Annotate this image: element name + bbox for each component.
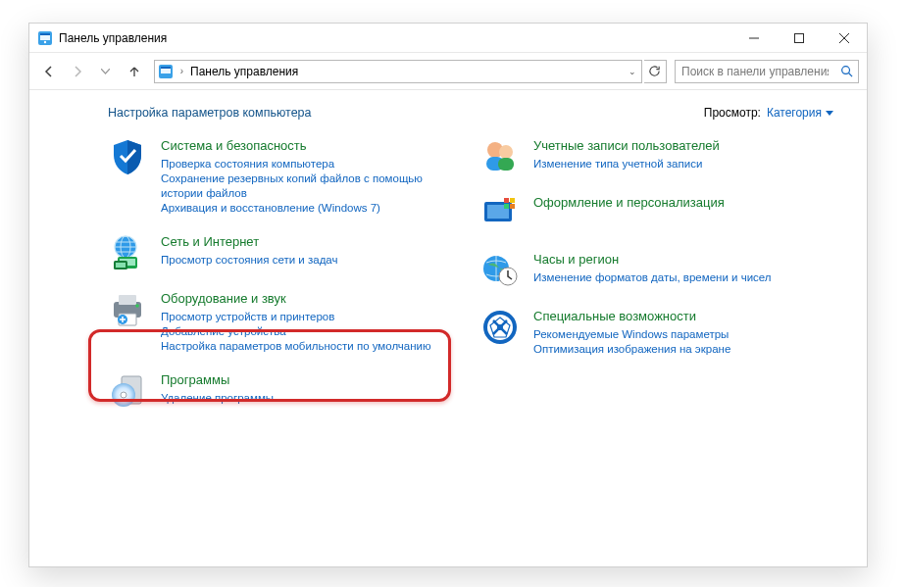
svg-point-8	[841, 67, 849, 74]
address-bar[interactable]: › Панель управления ⌄	[154, 60, 642, 83]
svg-point-38	[497, 324, 503, 330]
personalization-icon	[480, 194, 520, 233]
up-button[interactable]	[122, 58, 148, 85]
search-input[interactable]	[676, 65, 834, 78]
shield-icon	[108, 137, 147, 176]
category-title[interactable]: Система и безопасность	[161, 137, 441, 155]
minimize-button[interactable]	[731, 24, 777, 53]
chevron-right-icon[interactable]: ›	[177, 66, 186, 76]
category-link[interactable]: Просмотр состояния сети и задач	[161, 253, 441, 268]
clock-globe-icon	[480, 251, 520, 290]
search-box[interactable]	[675, 60, 859, 83]
category-link[interactable]: Настройка параметров мобильности по умол…	[161, 339, 441, 354]
control-panel-window: Панель управления	[28, 23, 868, 567]
search-icon[interactable]	[834, 61, 858, 82]
category-link[interactable]: Сохранение резервных копий файлов с помо…	[161, 172, 441, 201]
category-programs: Программы Удаление программы	[108, 368, 441, 424]
refresh-button[interactable]	[644, 60, 667, 83]
ease-of-access-icon	[480, 308, 520, 347]
svg-rect-31	[510, 198, 515, 203]
category-title[interactable]: Оборудование и звук	[161, 290, 441, 308]
right-column: Учетные записи пользователей Изменение т…	[480, 133, 814, 424]
svg-point-19	[135, 304, 139, 308]
close-button[interactable]	[822, 24, 867, 53]
category-system-security: Система и безопасность Проверка состояни…	[108, 133, 441, 229]
svg-rect-17	[119, 295, 136, 305]
recent-locations-button[interactable]	[92, 58, 119, 85]
category-link[interactable]: Просмотр устройств и принтеров	[161, 310, 441, 324]
category-link[interactable]: Рекомендуемые Windows параметры	[533, 327, 814, 342]
category-hardware-sound: Оборудование и звук Просмотр устройств и…	[108, 286, 441, 368]
svg-rect-33	[510, 204, 515, 209]
control-panel-icon	[37, 30, 53, 46]
svg-rect-15	[116, 263, 126, 268]
titlebar: Панель управления	[29, 24, 867, 53]
control-panel-icon	[158, 64, 174, 79]
category-network: Сеть и Интернет Просмотр состояния сети …	[108, 229, 441, 286]
category-link[interactable]: Оптимизация изображения на экране	[533, 342, 814, 357]
svg-point-23	[121, 392, 126, 398]
maximize-button[interactable]	[777, 24, 822, 53]
back-button[interactable]	[35, 58, 62, 85]
svg-rect-2	[40, 33, 50, 35]
left-column: Система и безопасность Проверка состояни…	[108, 133, 441, 424]
svg-rect-30	[504, 198, 509, 203]
view-by-label: Просмотр:	[704, 106, 761, 120]
printer-icon	[108, 290, 147, 329]
view-by-value: Категория	[767, 106, 822, 120]
category-link[interactable]: Добавление устройства	[161, 324, 441, 339]
page-header: Настройка параметров компьютера Просмотр…	[108, 106, 833, 133]
view-by-dropdown[interactable]: Категория	[767, 106, 833, 120]
category-link[interactable]: Удаление программы	[161, 391, 441, 406]
page-title: Настройка параметров компьютера	[108, 106, 311, 120]
forward-button[interactable]	[64, 58, 90, 85]
category-link[interactable]: Изменение форматов даты, времени и чисел	[533, 270, 814, 285]
category-link[interactable]: Изменение типа учетной записи	[533, 157, 814, 172]
category-title[interactable]: Сеть и Интернет	[161, 233, 441, 251]
category-link[interactable]: Проверка состояния компьютера	[161, 157, 441, 172]
globe-network-icon	[108, 233, 147, 272]
content-area: Настройка параметров компьютера Просмотр…	[29, 90, 867, 566]
category-clock-region: Часы и регион Изменение форматов даты, в…	[480, 247, 814, 304]
svg-rect-4	[795, 33, 804, 42]
chevron-down-icon	[826, 111, 833, 116]
svg-point-26	[499, 145, 513, 159]
svg-rect-7	[161, 67, 171, 69]
svg-rect-32	[504, 204, 509, 209]
category-ease-of-access: Специальные возможности Рекомендуемые Wi…	[480, 304, 814, 370]
category-title[interactable]: Оформление и персонализация	[533, 194, 814, 212]
chevron-down-icon[interactable]: ⌄	[624, 67, 641, 76]
window-title: Панель управления	[59, 31, 167, 45]
category-link[interactable]: Архивация и восстановление (Windows 7)	[161, 201, 441, 216]
category-title[interactable]: Учетные записи пользователей	[533, 137, 814, 155]
category-title[interactable]: Специальные возможности	[533, 308, 814, 325]
category-title[interactable]: Часы и регион	[533, 251, 814, 269]
svg-point-3	[44, 40, 46, 42]
disc-box-icon	[108, 371, 147, 411]
category-title[interactable]: Программы	[161, 371, 441, 389]
category-appearance: Оформление и персонализация	[480, 190, 814, 247]
breadcrumb-root[interactable]: Панель управления	[186, 65, 302, 78]
nav-toolbar: › Панель управления ⌄	[29, 53, 867, 90]
users-icon	[480, 137, 520, 176]
category-user-accounts: Учетные записи пользователей Изменение т…	[480, 133, 814, 190]
svg-rect-27	[498, 158, 514, 171]
